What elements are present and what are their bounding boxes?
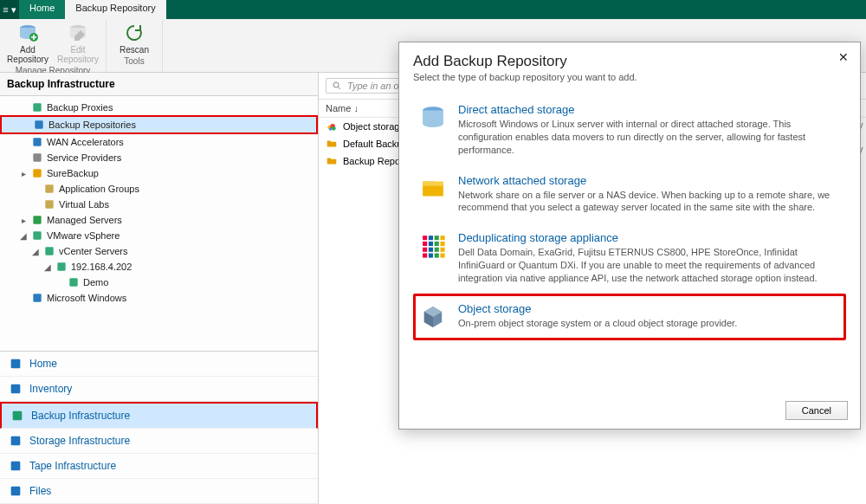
svg-rect-31 [435, 236, 439, 240]
svg-rect-12 [45, 247, 53, 255]
tree-item-vmware-vsphere[interactable]: ◢VMware vSphere [0, 228, 318, 243]
tree-item-service-providers[interactable]: Service Providers [0, 150, 318, 165]
tree-item-label: Service Providers [47, 152, 121, 163]
svg-rect-10 [33, 216, 41, 223]
tree-item-label: Microsoft Windows [47, 293, 126, 303]
tree-item-label: Backup Proxies [47, 102, 113, 113]
nav-files[interactable]: Files [0, 479, 318, 504]
repo-icon [33, 119, 45, 131]
twisty-icon: ▸ [19, 216, 28, 225]
tree-item-surebackup[interactable]: ▸SureBackup [0, 165, 318, 181]
svg-rect-13 [57, 262, 65, 270]
svg-rect-17 [11, 384, 21, 394]
sp-icon [31, 152, 43, 164]
rescan-label: Rescan [120, 45, 149, 55]
svg-rect-18 [13, 411, 23, 421]
svg-rect-29 [423, 236, 427, 240]
twisty-icon: ▸ [19, 169, 28, 178]
nav-label: Home [29, 358, 57, 370]
option-label: Direct attached storage [458, 103, 839, 116]
stor-icon [9, 434, 23, 448]
sort-asc-icon: ↓ [353, 103, 359, 113]
svg-rect-7 [33, 169, 41, 177]
tab-home[interactable]: Home [19, 0, 65, 19]
cloud-icon [326, 120, 338, 132]
add-repository-dialog: Add Backup Repository Select the type of… [398, 42, 861, 430]
tree-item-label: Virtual Labs [59, 199, 109, 210]
svg-rect-42 [429, 254, 433, 258]
nav-label: Tape Infrastructure [29, 460, 116, 472]
tree-item-vcenter-servers[interactable]: ◢vCenter Servers [0, 243, 318, 259]
cancel-button[interactable]: Cancel [785, 401, 848, 420]
svg-rect-35 [435, 242, 439, 246]
option-description: Network share on a file server or a NAS … [458, 189, 839, 215]
tree-item-wan-accelerators[interactable]: WAN Accelerators [0, 134, 318, 150]
dc-icon [68, 276, 80, 288]
tree-item-application-groups[interactable]: Application Groups [0, 181, 318, 197]
tree-item-backup-proxies[interactable]: Backup Proxies [0, 100, 318, 115]
tree-item-virtual-labs[interactable]: Virtual Labs [0, 197, 318, 212]
tree-item-label: Managed Servers [47, 215, 122, 225]
svg-rect-28 [423, 181, 443, 185]
vc-icon [43, 245, 55, 257]
tree-item-label: WAN Accelerators [47, 137, 124, 147]
app-menu-button[interactable]: ≡ ▾ [0, 0, 19, 19]
ribbon-group-tools: Rescan Tools [107, 19, 163, 72]
dialog-close-button[interactable]: ✕ [836, 51, 851, 67]
folder-icon [326, 138, 338, 150]
home-icon [9, 357, 23, 371]
option-description: Dell Data Domain, ExaGrid, Fujitsu ETERN… [458, 246, 839, 285]
column-name[interactable]: Name ↓ [326, 103, 359, 113]
nav-label: Backup Infrastructure [31, 410, 130, 422]
left-pane: Backup Infrastructure Backup ProxiesBack… [0, 73, 319, 504]
sure-icon [31, 167, 43, 179]
das-icon [418, 103, 448, 132]
nav-home[interactable]: Home [0, 352, 318, 377]
svg-point-22 [333, 82, 339, 87]
tree-item-label: VMware vSphere [47, 230, 120, 241]
edit-repository-button: Edit Repository [57, 23, 99, 64]
svg-rect-20 [11, 462, 21, 471]
svg-rect-15 [33, 294, 41, 301]
rescan-button[interactable]: Rescan [113, 23, 155, 55]
svg-rect-33 [423, 242, 427, 246]
tree-item-managed-servers[interactable]: ▸Managed Servers [0, 212, 318, 228]
nav-label: Inventory [29, 383, 72, 395]
tape-icon [9, 459, 23, 473]
svg-rect-5 [33, 138, 41, 145]
ribbon-tabs: ≡ ▾ Home Backup Repository [0, 0, 866, 19]
tab-backup-repository[interactable]: Backup Repository [65, 0, 165, 19]
svg-rect-43 [435, 254, 439, 258]
svg-rect-40 [441, 248, 445, 252]
wan-icon [31, 136, 43, 148]
svg-rect-30 [429, 236, 433, 240]
edit-repository-label: Edit Repository [57, 45, 99, 64]
srv-icon [31, 214, 43, 226]
svg-rect-11 [33, 231, 41, 239]
option-description: On-prem object storage system or a cloud… [458, 317, 737, 330]
svg-rect-3 [33, 103, 41, 111]
option-das[interactable]: Direct attached storageMicrosoft Windows… [413, 94, 846, 165]
tree-item-demo[interactable]: Demo [0, 275, 318, 290]
tree-item-label: vCenter Servers [59, 246, 127, 256]
tree-item-label: Application Groups [59, 184, 139, 194]
twisty-icon: ◢ [43, 262, 52, 272]
nav-inventory[interactable]: Inventory [0, 377, 318, 402]
dialog-subtitle: Select the type of backup repository you… [413, 72, 846, 82]
svg-rect-16 [11, 359, 21, 369]
dialog-title: Add Backup Repository [413, 53, 846, 70]
nav-backup-infrastructure[interactable]: Backup Infrastructure [0, 402, 318, 429]
tree-item-192-168-4-202[interactable]: ◢192.168.4.202 [0, 259, 318, 275]
infrastructure-tree[interactable]: Backup ProxiesBackup RepositoriesWAN Acc… [0, 96, 318, 351]
option-obj[interactable]: Object storageOn-prem object storage sys… [413, 294, 846, 340]
left-pane-title: Backup Infrastructure [0, 73, 318, 96]
nav-tape-infrastructure[interactable]: Tape Infrastructure [0, 454, 318, 479]
option-nas[interactable]: Network attached storageNetwork share on… [413, 165, 846, 223]
nav-storage-infrastructure[interactable]: Storage Infrastructure [0, 429, 318, 454]
tree-item-backup-repositories[interactable]: Backup Repositories [0, 115, 318, 134]
option-dedupe[interactable]: Deduplicating storage applianceDell Data… [413, 223, 846, 294]
add-repository-button[interactable]: Add Repository [7, 23, 48, 64]
svg-rect-39 [435, 248, 439, 252]
tree-item-microsoft-windows[interactable]: Microsoft Windows [0, 290, 318, 306]
rescan-icon [124, 23, 145, 43]
